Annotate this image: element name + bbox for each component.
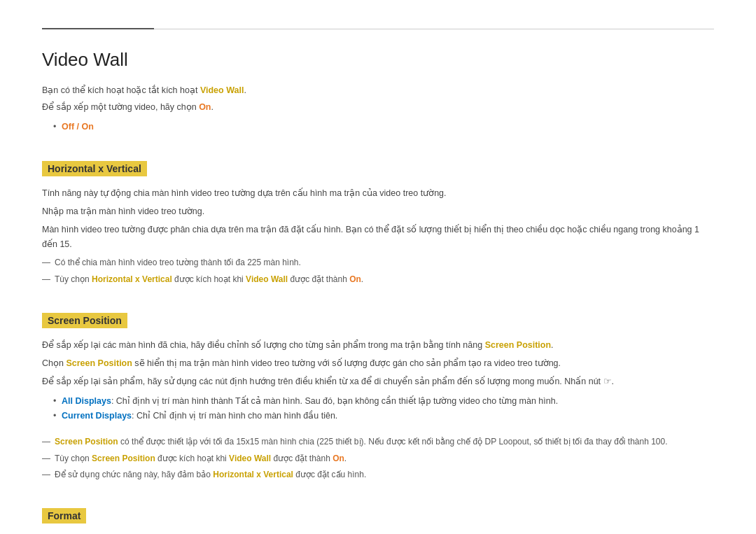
sp-bullet-current-displays: Current Displays: Chỉ Chỉ định vị trí mà… bbox=[53, 409, 714, 423]
hv-text1: Tính năng này tự động chia màn hình vide… bbox=[42, 186, 714, 202]
format-heading: Format bbox=[42, 508, 86, 524]
screen-position-heading: Screen Position bbox=[42, 313, 127, 328]
sp-bullet-all-displays: All Displays: Chỉ định vị trí màn hình t… bbox=[53, 394, 714, 409]
top-separator bbox=[154, 29, 714, 29]
format-section: Format Chọn cách hiển thị hình ảnh trên … bbox=[42, 501, 714, 534]
intro-bullet-1: Off / On bbox=[53, 120, 714, 134]
sp-note1: Screen Position có thể được thiết lập vớ… bbox=[42, 435, 714, 449]
hv-note1: Có thể chia màn hình video treo tường th… bbox=[42, 255, 714, 269]
sp-note2: Tùy chọn Screen Position được kích hoạt … bbox=[42, 451, 714, 465]
horizontal-vertical-section: Horizontal x Vertical Tính năng này tự đ… bbox=[42, 154, 714, 286]
horizontal-vertical-heading: Horizontal x Vertical bbox=[42, 161, 147, 176]
hv-text3: Màn hình video treo tường được phân chia… bbox=[42, 223, 714, 253]
sp-text1: Để sắp xếp lại các màn hình đã chia, hãy… bbox=[42, 338, 714, 353]
page-title: Video Wall bbox=[42, 49, 714, 71]
hv-note2: Tùy chọn Horizontal x Vertical được kích… bbox=[42, 272, 714, 286]
sp-note3: Để sử dụng chức năng này, hãy đảm bảo Ho… bbox=[42, 468, 714, 482]
intro-line1: Bạn có thể kích hoạt hoặc tắt kích hoạt … bbox=[42, 83, 714, 98]
intro-bullet-list: Off / On bbox=[53, 120, 714, 134]
intro-section: Bạn có thể kích hoạt hoặc tắt kích hoạt … bbox=[42, 83, 714, 134]
intro-line2: Để sắp xếp một tường video, hãy chọn On. bbox=[42, 100, 714, 115]
left-accent bbox=[42, 28, 154, 29]
sp-bullet-list: All Displays: Chỉ định vị trí màn hình t… bbox=[53, 394, 714, 424]
screen-position-section: Screen Position Để sắp xếp lại các màn h… bbox=[42, 306, 714, 482]
sp-text3: Để sắp xếp lại sản phẩm, hãy sử dụng các… bbox=[42, 374, 714, 390]
top-border bbox=[42, 28, 714, 29]
hv-text2: Nhập ma trận màn hình video treo tường. bbox=[42, 204, 714, 220]
sp-text2: Chọn Screen Position sẽ hiển thị ma trận… bbox=[42, 356, 714, 372]
